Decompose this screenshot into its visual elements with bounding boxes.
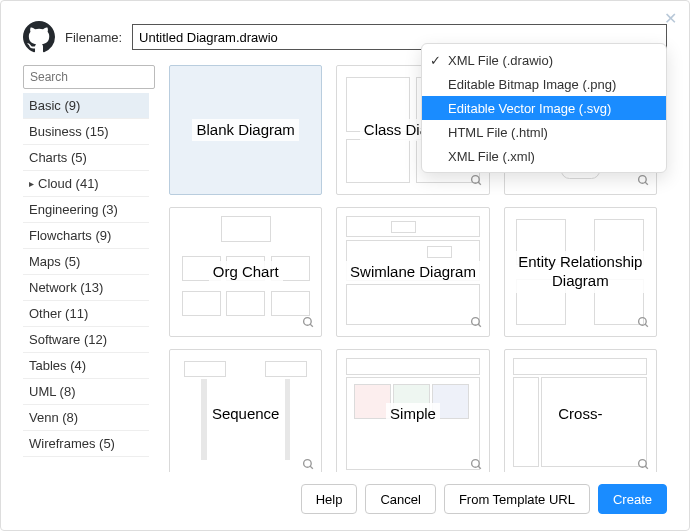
filetype-option[interactable]: HTML File (.html) xyxy=(422,120,666,144)
svg-point-2 xyxy=(471,176,479,184)
svg-line-15 xyxy=(478,466,481,469)
category-item[interactable]: Wireframes (5) xyxy=(23,431,149,457)
svg-point-14 xyxy=(471,460,479,468)
svg-line-5 xyxy=(645,182,648,185)
category-label: Charts (5) xyxy=(29,150,87,165)
category-item[interactable]: Charts (5) xyxy=(23,145,149,171)
magnify-icon[interactable] xyxy=(302,316,315,332)
category-label: UML (8) xyxy=(29,384,75,399)
filetype-dropdown: XML File (.drawio)Editable Bitmap Image … xyxy=(421,43,667,173)
footer: Help Cancel From Template URL Create xyxy=(23,484,667,514)
category-item[interactable]: Basic (9) xyxy=(23,93,149,119)
template-title: Cross- xyxy=(554,403,606,426)
category-item[interactable]: Venn (8) xyxy=(23,405,149,431)
magnify-icon[interactable] xyxy=(470,458,483,472)
category-label: Basic (9) xyxy=(29,98,80,113)
svg-point-16 xyxy=(639,460,647,468)
template-tile[interactable]: Blank Diagram xyxy=(169,65,322,195)
magnify-icon[interactable] xyxy=(637,174,650,190)
category-item[interactable]: Engineering (3) xyxy=(23,197,149,223)
search-wrap xyxy=(23,65,155,89)
category-label: Network (13) xyxy=(29,280,103,295)
template-tile[interactable]: Org Chart xyxy=(169,207,322,337)
github-icon xyxy=(23,21,55,53)
template-tile[interactable]: Entity Relationship Diagram xyxy=(504,207,657,337)
category-item[interactable]: Maps (5) xyxy=(23,249,149,275)
help-button[interactable]: Help xyxy=(301,484,358,514)
svg-line-13 xyxy=(310,466,313,469)
svg-point-8 xyxy=(471,318,479,326)
create-button[interactable]: Create xyxy=(598,484,667,514)
svg-line-11 xyxy=(645,324,648,327)
svg-line-17 xyxy=(645,466,648,469)
close-icon[interactable]: ✕ xyxy=(664,9,677,28)
template-tile[interactable]: Cross- xyxy=(504,349,657,472)
template-tile[interactable]: Sequence xyxy=(169,349,322,472)
template-title: Blank Diagram xyxy=(192,119,298,142)
category-label: Tables (4) xyxy=(29,358,86,373)
svg-point-6 xyxy=(304,318,312,326)
category-label: Flowcharts (9) xyxy=(29,228,111,243)
template-title: Sequence xyxy=(208,403,284,426)
svg-line-3 xyxy=(478,182,481,185)
filetype-option[interactable]: Editable Vector Image (.svg) xyxy=(422,96,666,120)
filetype-option[interactable]: XML File (.drawio) xyxy=(422,48,666,72)
magnify-icon[interactable] xyxy=(302,458,315,472)
category-label: Other (11) xyxy=(29,306,88,321)
search-input[interactable] xyxy=(30,70,180,84)
category-label: Maps (5) xyxy=(29,254,80,269)
chevron-right-icon: ▸ xyxy=(29,178,34,189)
category-item[interactable]: Network (13) xyxy=(23,275,149,301)
template-tile[interactable]: Simple xyxy=(336,349,489,472)
category-item[interactable]: Tables (4) xyxy=(23,353,149,379)
category-item[interactable]: Other (11) xyxy=(23,301,149,327)
from-template-url-button[interactable]: From Template URL xyxy=(444,484,590,514)
filetype-option[interactable]: Editable Bitmap Image (.png) xyxy=(422,72,666,96)
template-title: Swimlane Diagram xyxy=(346,261,480,284)
template-tile[interactable]: Swimlane Diagram xyxy=(336,207,489,337)
category-item[interactable]: UML (8) xyxy=(23,379,149,405)
magnify-icon[interactable] xyxy=(637,316,650,332)
svg-point-4 xyxy=(639,176,647,184)
category-label: Cloud (41) xyxy=(38,176,99,191)
svg-line-7 xyxy=(310,324,313,327)
magnify-icon[interactable] xyxy=(470,174,483,190)
category-label: Venn (8) xyxy=(29,410,78,425)
category-list: Basic (9)Business (15)Charts (5)▸Cloud (… xyxy=(23,93,155,472)
template-title: Simple xyxy=(386,403,440,426)
category-item[interactable]: Flowcharts (9) xyxy=(23,223,149,249)
svg-line-9 xyxy=(478,324,481,327)
sidebar: Basic (9)Business (15)Charts (5)▸Cloud (… xyxy=(23,65,155,472)
template-title: Entity Relationship Diagram xyxy=(505,251,656,293)
svg-point-10 xyxy=(639,318,647,326)
magnify-icon[interactable] xyxy=(637,458,650,472)
svg-point-12 xyxy=(304,460,312,468)
cancel-button[interactable]: Cancel xyxy=(365,484,435,514)
filename-label: Filename: xyxy=(65,30,122,45)
new-diagram-dialog: ✕ Filename: Basic (9)Business (15)Charts… xyxy=(0,0,690,531)
magnify-icon[interactable] xyxy=(470,316,483,332)
category-label: Engineering (3) xyxy=(29,202,118,217)
category-label: Software (12) xyxy=(29,332,107,347)
template-title: Org Chart xyxy=(209,261,283,284)
category-item[interactable]: ▸Cloud (41) xyxy=(23,171,149,197)
category-label: Wireframes (5) xyxy=(29,436,115,451)
filetype-option[interactable]: XML File (.xml) xyxy=(422,144,666,168)
category-label: Business (15) xyxy=(29,124,108,139)
category-item[interactable]: Business (15) xyxy=(23,119,149,145)
category-item[interactable]: Software (12) xyxy=(23,327,149,353)
